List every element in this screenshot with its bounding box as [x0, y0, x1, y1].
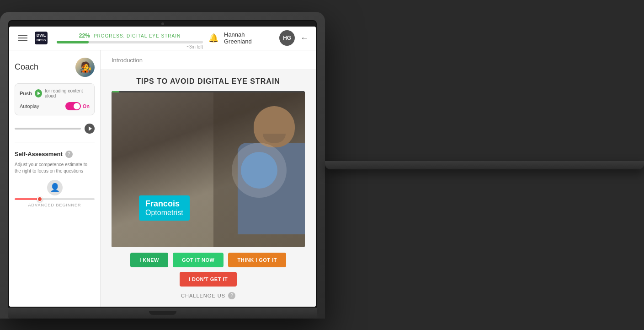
sidebar-divider: [15, 142, 95, 142]
video-placeholder: Francois Optometrist: [112, 92, 305, 247]
content-header: Introduction: [101, 50, 316, 70]
logo-icon: DWLness: [35, 32, 48, 44]
audio-player-row: [15, 124, 95, 134]
tts-play-button[interactable]: [35, 89, 42, 97]
content-body: TIPS TO AVOID DIGITAL EYE STRAIN: [101, 70, 316, 307]
content-title: TIPS TO AVOID DIGITAL EYE STRAIN: [136, 77, 280, 86]
tts-box: Push for reading content aloud Autoplay …: [15, 83, 95, 115]
toggle-state-label: On: [83, 103, 90, 109]
progress-time-remaining: ~3m left: [186, 44, 203, 49]
user-name: Hannah Greenland: [224, 31, 274, 45]
audio-play-button[interactable]: [85, 124, 95, 134]
autoplay-row: Autoplay On: [20, 102, 90, 110]
challenge-row: CHALLENGE US ?: [181, 292, 235, 299]
hamburger-menu-icon[interactable]: [16, 33, 29, 43]
screen-inner: DWLness 22% PROGRESS: DIGITAL EYE STRAIN…: [9, 27, 316, 307]
sa-title: Self-Assessment: [15, 151, 63, 157]
notification-bell-icon[interactable]: 🔔: [208, 33, 218, 43]
challenge-help-icon[interactable]: ?: [228, 292, 235, 299]
progress-title: PROGRESS: DIGITAL EYE STRAIN: [94, 33, 181, 38]
main-layout: Coach 🧑‍🎤 Push for reading content aloud…: [9, 50, 316, 307]
toggle-track[interactable]: [65, 102, 81, 110]
progress-area: 22% PROGRESS: DIGITAL EYE STRAIN ~3m lef…: [57, 32, 203, 43]
sa-user-icon: 👤: [47, 180, 63, 195]
coach-section: Coach 🧑‍🎤: [15, 58, 95, 77]
self-assessment-section: Self-Assessment ? Adjust your competence…: [15, 151, 95, 207]
i-knew-button[interactable]: I KNEW: [130, 253, 168, 267]
sa-description: Adjust your competence estimate to the r…: [15, 162, 95, 174]
got-it-now-button[interactable]: GOT IT NOW: [173, 253, 224, 267]
logo-area: DWLness: [35, 32, 48, 44]
content-area: Introduction TIPS TO AVOID DIGITAL EYE S…: [101, 50, 316, 307]
tts-row: Push for reading content aloud: [20, 88, 90, 98]
dont-get-button[interactable]: I DON'T GET IT: [180, 272, 237, 287]
competence-slider[interactable]: [15, 198, 95, 200]
laptop-outer: DWLness 22% PROGRESS: DIGITAL EYE STRAIN…: [0, 12, 325, 319]
speaker-name: Francois: [145, 199, 183, 209]
sa-slider-area: 👤 ADVANCED BEGINNER: [15, 180, 95, 207]
coach-label: Coach: [15, 62, 38, 72]
sa-header: Self-Assessment ?: [15, 151, 95, 158]
progress-percent: 22%: [79, 32, 90, 39]
user-avatar[interactable]: HG: [279, 30, 295, 46]
tts-push-label: Push: [20, 91, 32, 96]
top-bar: DWLness 22% PROGRESS: DIGITAL EYE STRAIN…: [9, 27, 316, 50]
speaker-role: Optometrist: [145, 209, 183, 217]
speaker-name-badge: Francois Optometrist: [139, 195, 190, 221]
laptop-stand: [325, 161, 644, 169]
breadcrumb: Introduction: [112, 57, 143, 64]
top-bar-right: 🔔 Hannah Greenland HG ←: [208, 30, 309, 46]
action-buttons: I KNEW GOT IT NOW THINK I GOT IT I DON'T…: [112, 253, 305, 287]
laptop-base: [8, 308, 317, 319]
coach-avatar-icon: 🧑‍🎤: [75, 58, 95, 77]
sidebar: Coach 🧑‍🎤 Push for reading content aloud…: [9, 50, 101, 307]
sa-slider-thumb: [37, 196, 43, 202]
progress-bar-container: ~3m left: [57, 41, 203, 43]
video-container: Francois Optometrist 0:04 / 1:44: [112, 91, 305, 247]
autoplay-toggle[interactable]: On: [65, 102, 90, 110]
back-icon[interactable]: ←: [300, 33, 309, 43]
think-i-got-button[interactable]: THINK I GOT IT: [228, 253, 286, 267]
challenge-label: CHALLENGE US: [181, 293, 225, 298]
laptop-notch: [149, 311, 176, 315]
competence-level-label: ADVANCED BEGINNER: [28, 203, 81, 207]
autoplay-label: Autoplay: [20, 103, 39, 109]
tts-description: for reading content aloud: [45, 88, 90, 98]
sa-help-icon[interactable]: ?: [65, 151, 73, 158]
progress-bar-fill: [57, 41, 89, 43]
laptop-screen: DWLness 22% PROGRESS: DIGITAL EYE STRAIN…: [8, 20, 317, 308]
audio-progress-bar: [15, 128, 81, 130]
toggle-thumb: [74, 103, 80, 109]
